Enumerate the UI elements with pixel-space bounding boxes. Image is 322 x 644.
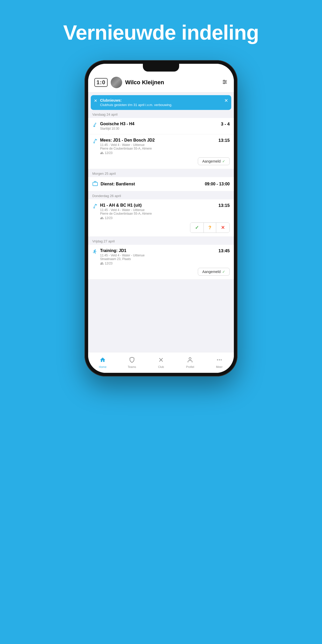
more-icon: [216, 357, 222, 365]
training-card-jd1: Training: JD1 11:45 - Veld 4 - Water - U…: [88, 245, 234, 279]
svg-rect-8: [93, 143, 95, 143]
match-info-h1: H1 - AH & BC H1 (uit) 11:45 - Veld 4 - W…: [100, 203, 216, 220]
match-actions-mees: Aangemeld ✓: [92, 157, 230, 165]
aangemeld-button-mees[interactable]: Aangemeld ✓: [198, 157, 230, 165]
section-header-friday: Vrijdag 27 april: [88, 237, 234, 245]
section-header-tomorrow: Morgen 25 april: [88, 169, 234, 177]
nav-item-meer[interactable]: Meer: [205, 355, 234, 370]
match-info-mees: Mees: JD1 - Den Bosch JD2 11:45 - Veld 4…: [100, 138, 216, 155]
score-icon[interactable]: 1:0: [94, 78, 108, 87]
news-banner: ✕ ✕ Clubnieuws: Clubhuis gesloten t/m 31…: [91, 95, 231, 110]
rsvp-no-button[interactable]: ✕: [216, 223, 229, 233]
dienst-time-bardienst: 09:00 - 13:00: [205, 182, 230, 186]
svg-point-19: [219, 359, 220, 360]
match-title-gooische: Gooische H3 - H4: [100, 122, 218, 126]
dienst-title-bardienst: Dienst: Bardienst: [101, 182, 202, 186]
svg-rect-12: [93, 208, 95, 208]
news-banner-title: Clubnieuws:: [100, 98, 222, 102]
home-icon: [100, 357, 106, 365]
match-subtitle-h1: 11:45 - Veld 4 - Water - Uittenue: [100, 208, 216, 212]
match-participants-mees: 12/23: [100, 151, 216, 155]
training-time-jd1: 13:45: [219, 248, 230, 254]
phone-notch: [143, 64, 179, 72]
aangemeld-button-jd1[interactable]: Aangemeld ✓: [198, 268, 230, 276]
phone-screen: 1:0 Wilco Kleijnen: [88, 64, 234, 373]
dienst-icon-bardienst: [92, 181, 98, 187]
training-title-jd1: Training: JD1: [100, 248, 216, 253]
svg-point-10: [96, 139, 97, 140]
match-subtitle-mees: 11:45 - Veld 4 - Water - Uittenue: [100, 143, 216, 147]
nav-item-profiel[interactable]: Profiel: [176, 355, 205, 370]
nav-label-club: Club: [158, 365, 164, 368]
match-title-mees: Mees: JD1 - Den Bosch JD2: [100, 138, 216, 143]
svg-point-14: [96, 204, 97, 205]
page-title: Vernieuwde indeling: [63, 21, 259, 45]
nav-item-club[interactable]: Club: [146, 355, 176, 370]
svg-rect-11: [93, 182, 97, 186]
svg-point-18: [217, 359, 218, 360]
news-close-button[interactable]: ✕: [224, 98, 228, 103]
nav-item-home[interactable]: Home: [88, 355, 117, 370]
match-participants-h1: 12/23: [100, 216, 216, 220]
match-time-mees: 13:15: [219, 138, 230, 143]
nav-label-meer: Meer: [216, 365, 222, 368]
filter-icon[interactable]: [222, 79, 228, 86]
match-card-mees: Mees: JD1 - Den Bosch JD2 11:45 - Veld 4…: [88, 134, 234, 169]
match-time-h1: 13:15: [219, 203, 230, 208]
nav-item-teams[interactable]: Teams: [117, 355, 146, 370]
rsvp-buttons-h1: ✓ ? ✕: [190, 222, 230, 233]
nav-label-teams: Teams: [128, 365, 136, 368]
phone-shell: 1:0 Wilco Kleijnen: [85, 60, 237, 376]
match-card-h1: H1 - AH & BC H1 (uit) 11:45 - Veld 4 - W…: [88, 199, 234, 237]
hockey-icon-1: [92, 122, 97, 128]
user-name: Wilco Kleijnen: [125, 79, 219, 86]
training-subtitle-jd1: 11:45 - Veld 4 - Water - Uittenue: [100, 254, 216, 257]
match-score-gooische: 3 - 4: [221, 122, 230, 127]
section-header-thursday: Donderdag 26 april: [88, 191, 234, 199]
news-banner-text: Clubhuis gesloten t/m 31 april i.v.m. ve…: [100, 103, 222, 107]
svg-point-20: [221, 359, 222, 360]
match-location-h1: Pierre de Coubertinlaan 55-A, Almere: [100, 212, 216, 215]
section-header-today: Vandaag 24 april: [88, 110, 234, 118]
shield-icon: [129, 357, 135, 365]
dienst-card-bardienst: Dienst: Bardienst 09:00 - 13:00: [88, 177, 234, 191]
bottom-nav: Home Teams Club: [88, 352, 234, 373]
training-icon-jd1: [92, 249, 97, 255]
match-subtitle-gooische: Starttijd 10:30: [100, 127, 218, 130]
match-actions-h1: ✓ ? ✕: [92, 222, 230, 233]
nav-label-profiel: Profiel: [186, 365, 194, 368]
svg-point-3: [223, 80, 225, 81]
svg-rect-6: [93, 126, 95, 127]
training-participants-jd1: 12/23: [100, 262, 216, 265]
svg-point-4: [225, 81, 226, 82]
person-icon: [187, 357, 193, 365]
match-card-gooische: Gooische H3 - H4 Starttijd 10:30 3 - 4: [88, 118, 234, 134]
hockey-cross-icon: [158, 357, 164, 365]
nav-label-home: Home: [99, 365, 107, 368]
match-info-gooische: Gooische H3 - H4 Starttijd 10:30: [100, 122, 218, 130]
match-title-h1: H1 - AH & BC H1 (uit): [100, 203, 216, 208]
hockey-icon-3: [92, 204, 97, 210]
training-actions-jd1: Aangemeld ✓: [92, 268, 230, 276]
news-banner-x-left: ✕: [94, 98, 97, 103]
svg-point-17: [189, 358, 191, 360]
training-location-jd1: Straatnaam 23, Plaats: [100, 257, 216, 261]
avatar: [111, 77, 122, 88]
rsvp-maybe-button[interactable]: ?: [204, 223, 216, 233]
match-location-mees: Pierre de Coubertinlaan 55-A, Almere: [100, 147, 216, 150]
training-info-jd1: Training: JD1 11:45 - Veld 4 - Water - U…: [100, 248, 216, 265]
hockey-icon-2: [92, 138, 97, 145]
app-content: ✕ ✕ Clubnieuws: Clubhuis gesloten t/m 31…: [88, 93, 234, 352]
rsvp-yes-button[interactable]: ✓: [190, 223, 204, 233]
svg-point-5: [223, 83, 225, 84]
